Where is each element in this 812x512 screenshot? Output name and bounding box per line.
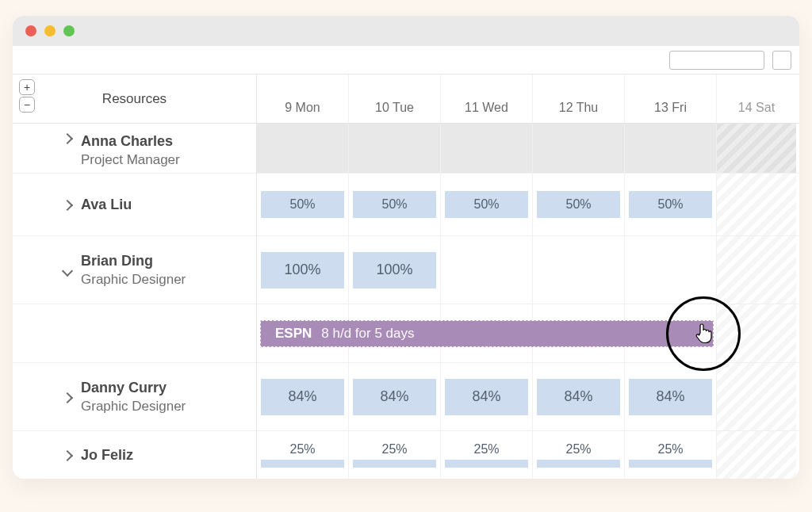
grid-cell[interactable] xyxy=(625,124,717,173)
resource-role: Graphic Designer xyxy=(81,399,248,415)
grid-cell[interactable]: 50% xyxy=(349,174,441,235)
chevron-right-icon xyxy=(62,392,73,403)
grid-cell[interactable] xyxy=(441,236,533,304)
grid-row[interactable]: 50% 50% 50% 50% 50% xyxy=(257,174,799,236)
utilization-chip: 50% xyxy=(261,191,344,218)
resources-sidebar: Resources Anna Charles Project Manager A… xyxy=(13,75,257,479)
grid-cell[interactable] xyxy=(533,236,625,304)
grid-cell[interactable]: 50% xyxy=(625,174,717,235)
toolbar-button[interactable] xyxy=(772,51,791,70)
zoom-in-button[interactable]: + xyxy=(19,79,35,95)
grid-cell[interactable]: 25% xyxy=(257,431,349,479)
app-window: + − Resources Anna Charles Project Manag… xyxy=(13,16,799,479)
grid-cell[interactable] xyxy=(625,236,717,304)
toolbar-dropdown[interactable] xyxy=(669,51,764,70)
grid-cell[interactable]: 84% xyxy=(533,363,625,430)
utilization-chip: 100% xyxy=(261,252,344,288)
utilization-chip: 84% xyxy=(445,379,528,415)
zoom-out-button[interactable]: − xyxy=(19,97,35,113)
utilization-text: 25% xyxy=(657,442,683,457)
resource-subrow xyxy=(13,304,256,363)
booking-bar[interactable]: ESPN 8 h/d for 5 days xyxy=(260,320,714,347)
day-header[interactable]: 11 Wed xyxy=(441,75,533,123)
schedule-grid: 9 Mon 10 Tue 11 Wed 12 Thu 13 Fri 14 Sat… xyxy=(257,75,799,479)
utilization-chip: 50% xyxy=(537,191,620,218)
utilization-text: 25% xyxy=(565,442,591,457)
resource-name: Anna Charles xyxy=(81,133,248,150)
grid-cell[interactable]: 25% xyxy=(441,431,533,479)
grid-row[interactable]: 100% 100% xyxy=(257,236,799,304)
grid-cell[interactable]: 25% xyxy=(625,431,717,479)
grid-cell[interactable] xyxy=(717,304,796,362)
resource-name: Jo Feliz xyxy=(81,447,248,464)
grid-cell[interactable]: 50% xyxy=(533,174,625,235)
grid-cell[interactable] xyxy=(533,124,625,173)
day-header[interactable]: 13 Fri xyxy=(625,75,717,123)
chevron-right-icon xyxy=(62,200,73,211)
chevron-right-icon xyxy=(62,450,73,461)
resource-row[interactable]: Jo Feliz xyxy=(13,431,256,479)
utilization-chip xyxy=(353,460,436,468)
utilization-chip xyxy=(629,460,712,468)
grid-row-assignment[interactable]: ESPN 8 h/d for 5 days xyxy=(257,304,799,363)
utilization-text: 25% xyxy=(289,442,315,457)
grid-cell[interactable]: 84% xyxy=(625,363,717,430)
utilization-text: 25% xyxy=(473,442,499,457)
grid-cell[interactable] xyxy=(717,236,796,304)
utilization-chip: 84% xyxy=(629,379,712,415)
chevron-right-icon xyxy=(62,133,73,144)
booking-name: ESPN xyxy=(275,326,312,342)
resource-row[interactable]: Ava Liu xyxy=(13,174,256,236)
booking-detail: 8 h/d for 5 days xyxy=(321,326,414,342)
grid-cell[interactable] xyxy=(717,363,796,430)
grid-row[interactable]: 84% 84% 84% 84% 84% xyxy=(257,363,799,431)
grid-cell[interactable] xyxy=(257,124,349,173)
utilization-chip: 50% xyxy=(353,191,436,218)
titlebar xyxy=(13,16,799,46)
resource-name: Ava Liu xyxy=(81,197,248,213)
grid-cell[interactable]: 84% xyxy=(257,363,349,430)
chevron-down-icon xyxy=(62,265,73,276)
utilization-chip: 50% xyxy=(629,191,712,218)
day-header[interactable]: 9 Mon xyxy=(257,75,349,123)
resource-name: Brian Ding xyxy=(81,253,248,269)
resource-row[interactable]: Anna Charles Project Manager xyxy=(13,124,256,174)
grid-cell[interactable] xyxy=(717,174,796,235)
grid-cell[interactable] xyxy=(717,431,796,479)
grid-row[interactable] xyxy=(257,124,799,174)
grid-row[interactable]: 25% 25% 25% xyxy=(257,431,799,479)
resource-role: Graphic Designer xyxy=(81,272,248,288)
close-window-button[interactable] xyxy=(25,25,36,36)
grid-cell[interactable]: 50% xyxy=(257,174,349,235)
resource-row[interactable]: Brian Ding Graphic Designer xyxy=(13,236,256,304)
grid-cell[interactable]: 25% xyxy=(349,431,441,479)
grid-cell[interactable]: 25% xyxy=(533,431,625,479)
grid-cell[interactable]: 84% xyxy=(441,363,533,430)
resource-row[interactable]: Danny Curry Graphic Designer xyxy=(13,363,256,431)
day-header[interactable]: 12 Thu xyxy=(533,75,625,123)
sidebar-header: Resources xyxy=(13,75,256,124)
grid-cell[interactable] xyxy=(717,124,796,173)
minimize-window-button[interactable] xyxy=(44,25,56,36)
utilization-chip xyxy=(445,460,528,468)
utilization-chip xyxy=(261,460,344,468)
grid-cell[interactable] xyxy=(441,124,533,173)
resource-role: Project Manager xyxy=(81,152,248,168)
content-area: + − Resources Anna Charles Project Manag… xyxy=(13,75,799,479)
grid-cell[interactable] xyxy=(349,124,441,173)
zoom-controls: + − xyxy=(19,79,35,113)
utilization-chip: 84% xyxy=(353,379,436,415)
resource-name: Danny Curry xyxy=(81,380,248,396)
grid-cell[interactable]: 50% xyxy=(441,174,533,235)
utilization-chip: 50% xyxy=(445,191,528,218)
grid-cell[interactable]: 100% xyxy=(257,236,349,304)
utilization-chip: 84% xyxy=(537,379,620,415)
utilization-chip xyxy=(537,460,620,468)
day-header[interactable]: 10 Tue xyxy=(349,75,441,123)
maximize-window-button[interactable] xyxy=(63,25,75,36)
toolbar xyxy=(13,46,799,75)
grid-cell[interactable]: 84% xyxy=(349,363,441,430)
day-header[interactable]: 14 Sat xyxy=(717,75,796,123)
grid-cell[interactable]: 100% xyxy=(349,236,441,304)
utilization-chip: 100% xyxy=(353,252,436,288)
